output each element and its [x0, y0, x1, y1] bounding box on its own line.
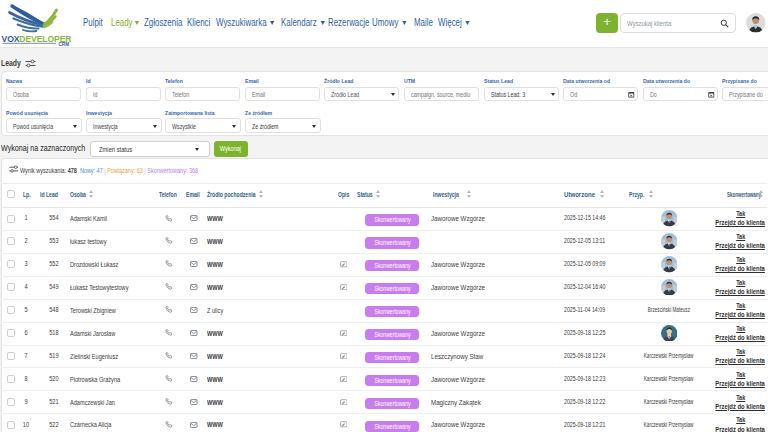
svg-text:CRM: CRM	[59, 42, 70, 47]
